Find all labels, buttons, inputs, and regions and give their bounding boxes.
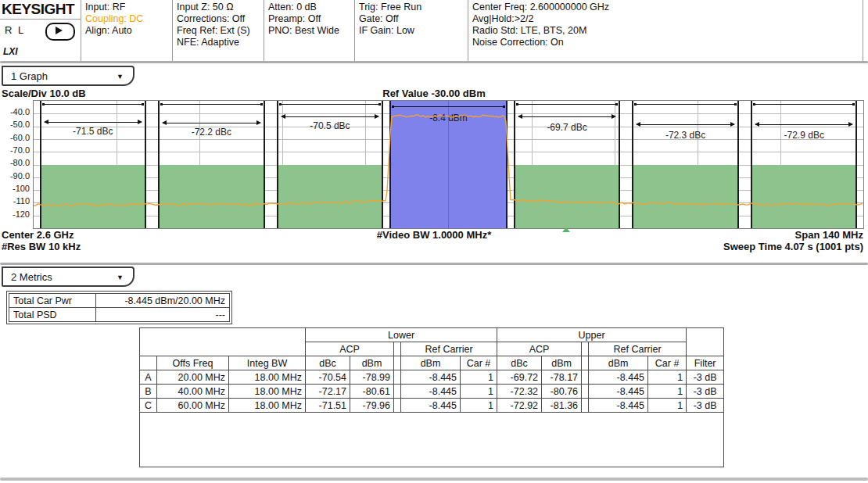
table-row: Total Car Pwr -8.445 dBm/20.00 MHz [9,294,230,308]
table-row-offset-a: A 20.00 MHz 18.00 MHz -70.54 -78.99 -8.4… [140,370,724,385]
header-col-freq[interactable]: Center Freq: 2.600000000 GHz Avg|Hold:>2… [468,0,863,61]
bottom-edge-bar [0,478,868,481]
group-upper: Upper [497,328,687,342]
mode-label: R L [5,24,25,36]
table-row-headers: Offs Freq Integ BW dBc dBm dBm Car # dBc… [140,356,724,370]
brand-text: KEYSIGHT [2,1,74,18]
lxi-logo: LXI [3,46,18,57]
total-car-pwr-label: Total Car Pwr [9,294,96,308]
y-tick: -50.0 [0,120,30,129]
table-row-offset-b: B 40.00 MHz 18.00 MHz -72.17 -80.61 -8.4… [140,385,724,399]
span-annotation: Span 140 MHz [795,229,863,241]
total-car-pwr-value: -8.445 dBm/20.00 MHz [96,294,230,308]
chevron-down-icon: ▼ [117,67,124,86]
section-divider-bar [0,263,868,265]
spectrum-analyzer-screen: KEYSIGHT R L LXI Input: RF Coupling: DC … [0,0,868,483]
y-tick: -90.0 [0,171,30,181]
coupling-highlight: Coupling: DC [85,13,172,25]
sub-ref-carrier: Ref Carrier [589,342,687,356]
sub-acp: ACP [497,342,582,356]
logo-divider [0,19,81,20]
table-empty-area [140,413,724,467]
continuous-sweep-icon [45,23,75,41]
group-lower: Lower [306,328,497,342]
table-row-offset-c: C 60.00 MHz 18.00 MHz -71.51 -79.96 -8.4… [140,399,724,413]
res-bw-annotation: #Res BW 10 kHz [2,241,81,252]
graph-view-dropdown[interactable]: 1 Graph ▼ [2,66,135,86]
metrics-view-label: 2 Metrics [11,271,52,283]
sub-acp: ACP [306,342,394,356]
video-bw-annotation: #Video BW 1.0000 MHz* [0,229,868,241]
y-tick: -40.0 [0,107,30,116]
sub-ref-carrier: Ref Carrier [401,342,497,356]
header-divider-bar [0,61,868,63]
y-tick: -70.0 [0,145,30,155]
chevron-down-icon: ▼ [117,268,124,287]
header-col-input[interactable]: Input: RF Coupling: DC Align: Auto [81,0,172,61]
sweep-time-annotation: Sweep Time 4.07 s (1001 pts) [723,241,863,252]
table-row: Total PSD --- [9,308,230,322]
total-psd-value: --- [96,308,230,322]
ref-value-label: Ref Value -30.00 dBm [0,88,868,99]
spectrum-trace [34,101,863,228]
y-tick: -80.0 [0,158,30,167]
acp-results-table: Lower Upper ACP Ref Carrier ACP Ref Carr… [139,327,724,467]
y-tick: -110 [0,196,30,206]
keysight-logo: KEYSIGHT R L LXI [0,0,81,61]
totals-table: Total Car Pwr -8.445 dBm/20.00 MHz Total… [6,291,232,324]
header-status-bar: KEYSIGHT R L LXI Input: RF Coupling: DC … [0,0,868,61]
y-tick: -120 [0,209,30,219]
header-col-inputz[interactable]: Input Z: 50 Ω Corrections: Off Freq Ref:… [172,0,264,61]
spectrum-plot: -71.5 dBc -72.2 dBc -70.5 dBc -8.4 dBm -… [33,100,864,229]
header-col-trigger[interactable]: Trig: Free Run Gate: Off IF Gain: Low [354,0,468,61]
graph-view-label: 1 Graph [11,70,48,82]
header-col-atten[interactable]: Atten: 0 dB Preamp: Off PNO: Best Wide [264,0,354,61]
metrics-view-dropdown[interactable]: 2 Metrics ▼ [2,267,135,287]
y-tick: -100 [0,184,30,193]
y-tick: -60.0 [0,133,30,142]
table-row-groups: Lower Upper [140,328,724,342]
total-psd-label: Total PSD [9,308,96,322]
